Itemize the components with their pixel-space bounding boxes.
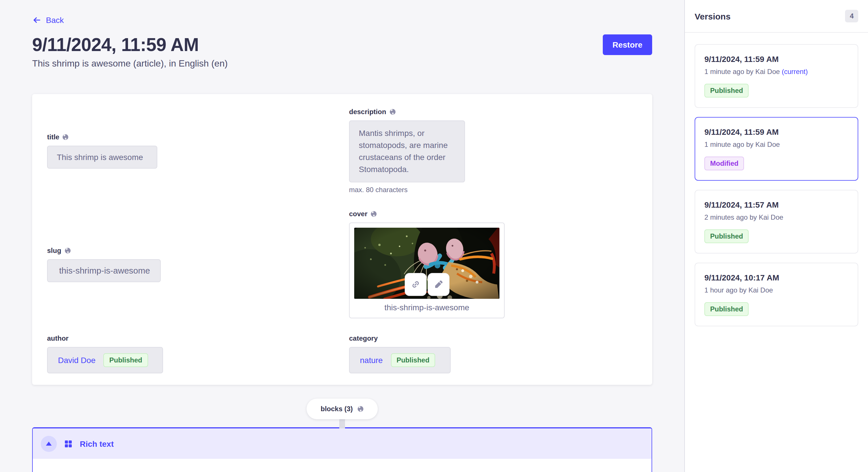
cover-image — [354, 228, 499, 299]
globe-icon — [389, 108, 396, 115]
rich-text-block-title: Rich text — [80, 439, 114, 448]
version-meta: 1 hour ago by Kai Doe — [704, 286, 848, 294]
block-type-grid-icon — [64, 439, 73, 448]
copy-link-button[interactable] — [404, 273, 426, 296]
category-relation: nature Published — [349, 347, 451, 373]
version-status-badge: Modified — [704, 157, 744, 170]
version-date: 9/11/2024, 11:59 AM — [704, 127, 848, 136]
category-label: category — [349, 334, 378, 342]
back-link[interactable]: Back — [32, 15, 64, 25]
title-field: title — [47, 133, 342, 169]
block-connector — [339, 419, 345, 429]
version-current-label: (current) — [782, 68, 808, 76]
globe-icon — [62, 134, 69, 140]
version-form-card: title description Mantis shrimps, or sto… — [32, 94, 652, 385]
versions-panel: Versions 4 9/11/2024, 11:59 AM 1 minute … — [684, 0, 868, 472]
cover-field: cover — [342, 210, 637, 318]
description-textarea: Mantis shrimps, or stomatopods, are mari… — [349, 121, 465, 182]
blocks-section: blocks (3) Rich text — [32, 385, 652, 472]
title-input — [47, 146, 157, 169]
version-meta: 1 minute ago by Kai Doe (current) — [704, 68, 848, 76]
rich-text-block-header: Rich text — [33, 429, 652, 459]
author-link[interactable]: David Doe — [58, 356, 96, 365]
version-date: 9/11/2024, 11:57 AM — [704, 200, 848, 209]
rich-text-block: Rich text body — [32, 427, 652, 472]
versions-header: Versions 4 — [685, 0, 868, 33]
version-meta: 1 minute ago by Kai Doe — [704, 140, 848, 148]
versions-count-badge: 4 — [845, 10, 858, 22]
version-status-badge: Published — [704, 84, 749, 98]
slug-input — [47, 259, 161, 282]
globe-icon — [370, 210, 377, 217]
version-meta: 2 minutes ago by Kai Doe — [704, 213, 848, 222]
description-label: description — [349, 108, 386, 116]
globe-icon — [357, 405, 364, 412]
version-card[interactable]: 9/11/2024, 11:59 AM 1 minute ago by Kai … — [694, 44, 858, 108]
page-subtitle: This shrimp is awesome (article), in Eng… — [32, 59, 652, 69]
pencil-icon — [433, 279, 443, 290]
versions-title: Versions — [694, 11, 731, 21]
blocks-pill-label: blocks (3) — [321, 405, 353, 413]
chevron-up-icon — [46, 442, 52, 446]
versions-list: 9/11/2024, 11:59 AM 1 minute ago by Kai … — [685, 33, 868, 338]
blocks-pill: blocks (3) — [307, 399, 377, 419]
version-date: 9/11/2024, 11:59 AM — [704, 55, 848, 64]
title-label: title — [47, 133, 59, 141]
app-root: Back 9/11/2024, 11:59 AM Restore This sh… — [0, 0, 868, 472]
author-relation: David Doe Published — [47, 347, 163, 373]
category-link[interactable]: nature — [360, 356, 383, 365]
cover-label: cover — [349, 210, 367, 218]
main-content: Back 9/11/2024, 11:59 AM Restore This sh… — [0, 0, 684, 472]
author-field: author David Doe Published — [47, 334, 342, 373]
cover-caption: this-shrimp-is-awesome — [354, 303, 499, 313]
version-card[interactable]: 9/11/2024, 11:57 AM 2 minutes ago by Kai… — [694, 190, 858, 254]
author-label: author — [47, 334, 69, 342]
description-field: description Mantis shrimps, or stomatopo… — [342, 108, 637, 194]
slug-label: slug — [47, 246, 61, 255]
version-card[interactable]: 9/11/2024, 10:17 AM 1 hour ago by Kai Do… — [694, 263, 858, 326]
globe-icon — [64, 247, 71, 254]
category-status-badge: Published — [391, 353, 435, 367]
version-card[interactable]: 9/11/2024, 11:59 AM 1 minute ago by Kai … — [694, 117, 858, 181]
version-status-badge: Published — [704, 302, 749, 316]
slug-field: slug — [47, 246, 342, 282]
edit-cover-button[interactable] — [427, 273, 449, 296]
page-title: 9/11/2024, 11:59 AM — [32, 34, 198, 55]
version-status-badge: Published — [704, 229, 749, 243]
back-arrow-icon — [32, 15, 41, 25]
restore-button[interactable]: Restore — [603, 34, 652, 55]
cover-card: this-shrimp-is-awesome — [349, 223, 505, 318]
link-icon — [410, 279, 421, 290]
version-date: 9/11/2024, 10:17 AM — [704, 273, 848, 282]
rich-text-block-body: body — [33, 459, 652, 472]
author-status-badge: Published — [104, 353, 148, 367]
description-hint: max. 80 characters — [349, 186, 637, 194]
category-field: category nature Published — [342, 334, 637, 373]
collapse-block-button[interactable] — [41, 436, 57, 452]
back-label: Back — [46, 15, 64, 25]
